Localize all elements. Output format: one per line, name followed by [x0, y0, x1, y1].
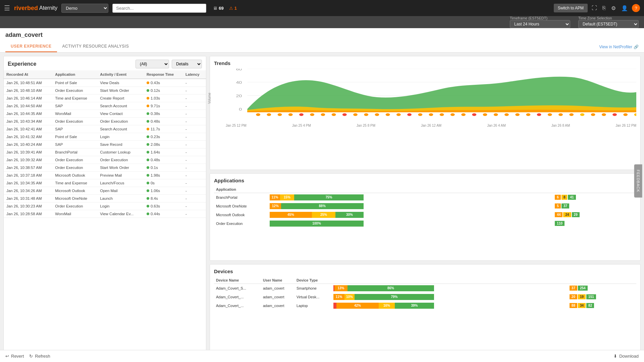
tab-user-experience[interactable]: USER EXPERIENCE [5, 41, 57, 52]
timeframe-label: Timeframe (EST5EDT) [510, 16, 570, 20]
cell-time: Jan 26, 10:34:35 AM [4, 179, 52, 187]
svg-point-15 [332, 113, 336, 116]
chart-x-labels: Jan 25 12 PM Jan 25 4 PM Jan 25 8 PM Jan… [226, 124, 636, 127]
dev-user: adam_covert [261, 284, 294, 293]
timeframe-section: Timeframe (EST5EDT) Last 24 Hours [510, 16, 570, 28]
table-row[interactable]: Jan 26, 10:43:34 AM Order Execution Orde… [4, 118, 206, 125]
switch-apm-button[interactable]: Switch to APM [554, 4, 588, 12]
feedback-tab[interactable]: FEEDBACK [634, 164, 642, 197]
cell-activity: Save Record [97, 141, 144, 148]
cell-time: Jan 26, 10:41:32 AM [4, 133, 52, 141]
table-row[interactable]: Jan 26, 10:44:35 AM WorxMail View Contac… [4, 110, 206, 118]
dev-type: Smartphone [294, 284, 331, 293]
copy-button[interactable]: ⎘ [601, 4, 607, 12]
table-row[interactable]: Jan 26, 10:44:50 AM SAP Search Account 9… [4, 102, 206, 110]
cell-activity: View Deals [97, 79, 144, 87]
list-item[interactable]: Adam_Covert_S... adam_covert Smartphone … [214, 284, 636, 293]
cell-time: Jan 26, 10:44:50 AM [4, 102, 52, 110]
dev-type: Laptop [294, 301, 331, 310]
details-select[interactable]: Details [172, 60, 202, 68]
tabs: USER EXPERIENCE ACTIVITY RESOURCE ANALYS… [5, 41, 639, 52]
x-label-4: Jan 26 4 AM [487, 124, 506, 127]
cell-response: 0.43s [144, 79, 183, 87]
revert-button[interactable]: ↩ Revert [5, 354, 24, 359]
list-item[interactable]: BranchPortal 11%15%75% 6841 [214, 193, 636, 202]
cell-app: Order Execution [52, 118, 97, 125]
cell-response: 1.03s [144, 95, 183, 102]
list-item[interactable]: Order Execution 100% 110 [214, 219, 636, 228]
table-row[interactable]: Jan 26, 10:28:58 AM WorxMail View Calend… [4, 210, 206, 218]
cell-response: 1.98s [144, 172, 183, 179]
timezone-label: Time Zone Selection [578, 16, 639, 20]
list-item[interactable]: Adam_Covert_... adam_covert Virtual Desk… [214, 293, 636, 301]
table-row[interactable]: Jan 26, 10:39:41 AM BranchPortal Custome… [4, 148, 206, 156]
refresh-icon: ↻ [29, 354, 33, 359]
cell-activity: Order Execution [97, 118, 144, 125]
cell-response: 0.44s [144, 210, 183, 218]
table-row[interactable]: Jan 26, 10:30:23 AM Order Execution Logi… [4, 202, 206, 210]
table-row[interactable]: Jan 26, 10:48:51 AM Point of Sale View D… [4, 79, 206, 87]
cell-app: Microsoft Outlook [52, 172, 97, 179]
user-button[interactable]: 👤 [620, 4, 629, 13]
table-row[interactable]: Jan 26, 10:46:14 AM Time and Expense Cre… [4, 95, 206, 102]
svg-point-35 [548, 113, 552, 116]
timezone-select[interactable]: Default (EST5EDT) [578, 20, 639, 28]
second-nav: Timeframe (EST5EDT) Last 24 Hours Time Z… [0, 16, 644, 28]
svg-point-21 [396, 113, 401, 116]
list-item[interactable]: Microsoft OneNote 12%88% 537 [214, 202, 636, 210]
list-item[interactable]: Adam_Covert_... adam_covert Laptop 42%16… [214, 301, 636, 310]
trends-panel: Trends Volume 60 40 20 0 [210, 56, 641, 170]
table-row[interactable]: Jan 26, 10:31:48 AM Microsoft OneNote La… [4, 195, 206, 202]
svg-point-18 [364, 113, 368, 116]
alert-icon: ⚠ [229, 6, 233, 11]
table-row[interactable]: Jan 26, 10:41:32 AM Point of Sale Login … [4, 133, 206, 141]
svg-point-38 [580, 113, 585, 116]
list-item[interactable]: Microsoft Outlook 45%25%30% 442429 [214, 210, 636, 219]
timeframe-select[interactable]: Last 24 Hours [510, 20, 570, 28]
svg-text:0: 0 [239, 108, 242, 111]
download-button[interactable]: ⬇ Download [613, 354, 639, 359]
table-row[interactable]: Jan 26, 10:48:10 AM Order Execution Star… [4, 87, 206, 95]
view-netprofiler-link[interactable]: View in NetProfiler 🔗 [599, 41, 639, 52]
devices-table: Device Name User Name Device Type Adam_C… [214, 277, 636, 310]
nav-icons: 🖥 69 ⚠ 1 [213, 6, 237, 11]
demo-select[interactable]: Demo [61, 4, 108, 13]
filter-select[interactable]: (All) [136, 60, 169, 68]
cell-time: Jan 26, 10:37:18 AM [4, 172, 52, 179]
dev-name: Adam_Covert_... [214, 293, 261, 301]
dev-name: Adam_Covert_S... [214, 284, 261, 293]
fullscreen-button[interactable]: ⛶ [590, 4, 598, 12]
svg-text:20: 20 [236, 94, 242, 98]
cell-response: 0.48s [144, 156, 183, 164]
right-panel: Trends Volume 60 40 20 0 [210, 56, 641, 352]
cell-activity: Open Mail [97, 187, 144, 195]
brand-logo: riverbed Aternity [14, 5, 57, 12]
cell-app: BranchPortal [52, 148, 97, 156]
applications-panel: Applications Application BranchPortal 11… [210, 173, 641, 261]
table-row[interactable]: Jan 26, 10:40:24 AM SAP Save Record 2.08… [4, 141, 206, 148]
table-row[interactable]: Jan 26, 10:38:57 AM Order Execution Star… [4, 164, 206, 172]
settings-button[interactable]: ⚙ [610, 4, 617, 13]
svg-text:40: 40 [236, 81, 242, 84]
app-bars: 11%15%75% [268, 193, 553, 202]
hamburger-icon[interactable]: ☰ [4, 4, 10, 12]
cell-time: Jan 26, 10:31:48 AM [4, 195, 52, 202]
svg-point-41 [612, 113, 617, 116]
cell-time: Jan 26, 10:44:35 AM [4, 110, 52, 118]
experience-table-container[interactable]: Recorded At Application Activity / Event… [4, 70, 206, 351]
table-row[interactable]: Jan 26, 10:42:41 AM SAP Search Account 1… [4, 125, 206, 133]
table-row[interactable]: Jan 26, 10:39:32 AM Order Execution Orde… [4, 156, 206, 164]
table-row[interactable]: Jan 26, 10:37:18 AM Microsoft Outlook Pr… [4, 172, 206, 179]
table-row[interactable]: Jan 26, 10:34:26 AM Microsoft Outlook Op… [4, 187, 206, 195]
tab-activity-resource[interactable]: ACTIVITY RESOURCE ANALYSIS [57, 41, 135, 52]
cell-response: 0.23s [144, 133, 183, 141]
cell-time: Jan 26, 10:39:41 AM [4, 148, 52, 156]
cell-app: Microsoft Outlook [52, 187, 97, 195]
cell-time: Jan 26, 10:34:26 AM [4, 187, 52, 195]
table-row[interactable]: Jan 26, 10:34:35 AM Time and Expense Lau… [4, 179, 206, 187]
refresh-button[interactable]: ↻ Refresh [29, 354, 50, 359]
brand-aternity: Aternity [39, 5, 57, 11]
help-button[interactable]: ? [632, 4, 640, 12]
cell-time: Jan 26, 10:43:34 AM [4, 118, 52, 125]
search-input[interactable] [112, 4, 206, 13]
